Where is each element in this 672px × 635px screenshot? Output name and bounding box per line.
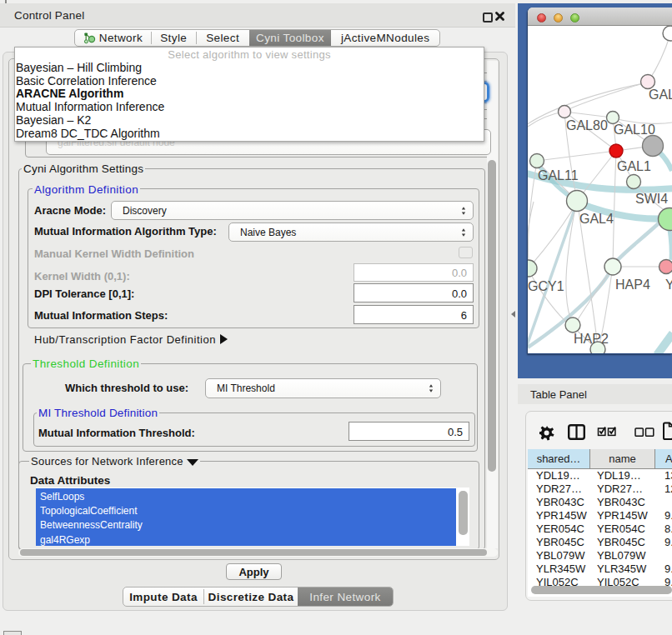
svg-text:HAP4: HAP4 xyxy=(615,278,650,292)
svg-text:GAL80: GAL80 xyxy=(566,118,608,132)
svg-text:YJR: YJR xyxy=(665,278,672,292)
svg-text:GAL7: GAL7 xyxy=(649,88,672,102)
svg-text:GAL4: GAL4 xyxy=(579,212,614,226)
svg-text:HAP2: HAP2 xyxy=(574,332,609,346)
svg-text:GCY1: GCY1 xyxy=(528,279,564,293)
svg-text:GAL1: GAL1 xyxy=(617,159,651,173)
svg-text:GAL10: GAL10 xyxy=(614,122,655,137)
svg-text:GAL11: GAL11 xyxy=(538,168,579,182)
svg-text:SWI4: SWI4 xyxy=(635,192,668,206)
